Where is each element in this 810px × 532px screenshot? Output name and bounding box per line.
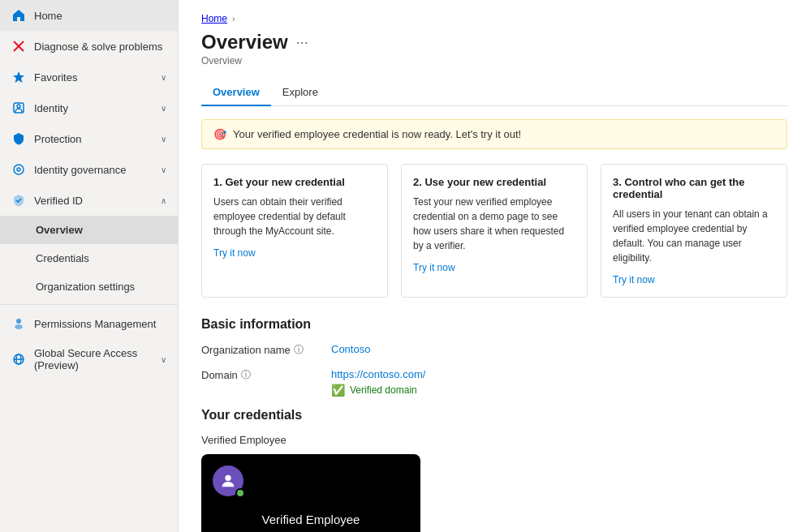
- domain-info-icon[interactable]: ⓘ: [241, 368, 251, 382]
- banner-icon: 🎯: [213, 128, 226, 140]
- sidebar-label-favorites: Favorites: [34, 71, 153, 84]
- step3-body: All users in your tenant can obtain a ve…: [613, 207, 775, 265]
- sidebar-item-overview[interactable]: Overview: [0, 216, 178, 244]
- sidebar-item-global-access[interactable]: Global Secure Access (Preview) ∨: [0, 339, 178, 380]
- favorites-icon: [11, 70, 26, 84]
- diagnose-icon: [11, 39, 26, 54]
- step2-body: Test your new verified employee credenti…: [413, 195, 575, 253]
- favorites-chevron: ∨: [161, 73, 166, 82]
- banner: 🎯 Your verified employee credential is n…: [201, 119, 787, 149]
- sidebar-label-diagnose: Diagnose & solve problems: [34, 41, 166, 53]
- svg-point-6: [17, 168, 20, 171]
- sidebar-label-identity-governance: Identity governance: [34, 164, 153, 176]
- svg-point-5: [14, 165, 24, 174]
- sidebar-divider: [0, 304, 178, 305]
- cred-card-header: [201, 454, 420, 509]
- domain-value: https://contoso.com/ ✅ Verified domain: [331, 368, 425, 397]
- step2-link[interactable]: Try it now: [413, 262, 455, 273]
- page-title-row: Overview ···: [201, 31, 787, 54]
- sidebar-label-verified-id: Verified ID: [34, 195, 153, 207]
- svg-point-7: [16, 319, 21, 324]
- identity-governance-icon: [11, 162, 26, 177]
- global-access-chevron: ∨: [161, 355, 166, 364]
- sidebar-item-verified-id[interactable]: Verified ID ∧: [0, 185, 178, 216]
- cred-online-dot: [235, 488, 245, 498]
- step1-link[interactable]: Try it now: [213, 247, 256, 259]
- tab-overview[interactable]: Overview: [201, 79, 271, 106]
- sidebar-item-identity[interactable]: Identity ∨: [0, 92, 178, 123]
- step-card-3: 3. Control who can get the credential Al…: [601, 164, 787, 298]
- sidebar-item-protection[interactable]: Protection ∨: [0, 123, 178, 154]
- sidebar-item-diagnose[interactable]: Diagnose & solve problems: [0, 31, 178, 62]
- breadcrumb-separator: ›: [232, 14, 235, 24]
- page-title: Overview: [201, 31, 288, 54]
- sidebar-label-identity: Identity: [34, 102, 153, 114]
- step1-body: Users can obtain their verified employee…: [213, 195, 376, 238]
- svg-point-8: [15, 324, 23, 329]
- svg-point-12: [225, 475, 231, 481]
- credentials-section-title: Your credentials: [201, 408, 787, 423]
- sidebar-label-protection: Protection: [34, 133, 153, 145]
- verified-check-icon: ✅: [331, 384, 345, 397]
- cred-avatar-wrap: [213, 466, 245, 498]
- sidebar-label-permissions: Permissions Management: [34, 318, 166, 330]
- main-content: Home › Overview ··· Overview Overview Ex…: [179, 0, 810, 532]
- banner-text: Your verified employee credential is now…: [233, 128, 521, 140]
- step-cards: 1. Get your new credential Users can obt…: [201, 164, 787, 298]
- sidebar-item-home[interactable]: Home: [0, 0, 178, 31]
- protection-icon: [11, 131, 26, 146]
- protection-chevron: ∨: [161, 135, 166, 144]
- cred-type-label: Verified Employee: [201, 434, 787, 446]
- sidebar-item-favorites[interactable]: Favorites ∨: [0, 62, 178, 92]
- page-subtitle: Overview: [201, 55, 787, 66]
- sidebar-item-credentials[interactable]: Credentials: [0, 244, 178, 272]
- sidebar-label-org-settings: Organization settings: [36, 281, 166, 293]
- tab-explore[interactable]: Explore: [271, 79, 330, 106]
- step3-title: 3. Control who can get the credential: [613, 176, 775, 200]
- step-card-1: 1. Get your new credential Users can obt…: [201, 164, 388, 298]
- domain-label: Domain ⓘ: [201, 368, 331, 382]
- global-access-icon: [11, 352, 26, 367]
- step1-title: 1. Get your new credential: [213, 176, 376, 188]
- org-name-link[interactable]: Contoso: [331, 343, 370, 355]
- credentials-section: Your credentials Verified Employee Verif…: [201, 408, 787, 532]
- svg-point-4: [17, 105, 20, 108]
- basic-info-title: Basic information: [201, 317, 787, 332]
- tabs-bar: Overview Explore: [201, 79, 787, 106]
- verified-row: ✅ Verified domain: [331, 384, 425, 397]
- org-name-row: Organization name ⓘ Contoso: [201, 343, 787, 357]
- sidebar-label-home: Home: [34, 10, 166, 22]
- domain-row: Domain ⓘ https://contoso.com/ ✅ Verified…: [201, 368, 787, 397]
- sidebar-label-overview: Overview: [36, 224, 166, 236]
- step2-title: 2. Use your new credential: [413, 176, 575, 188]
- sidebar-item-org-settings[interactable]: Organization settings: [0, 272, 178, 301]
- credential-card: Verified Employee Contoso: [201, 454, 420, 532]
- identity-governance-chevron: ∨: [161, 165, 166, 174]
- verified-badge: Verified domain: [350, 384, 417, 396]
- org-name-value: Contoso: [331, 343, 370, 355]
- step-card-2: 2. Use your new credential Test your new…: [401, 164, 588, 298]
- sidebar: Home Diagnose & solve problems Favorites…: [0, 0, 179, 532]
- breadcrumb-home[interactable]: Home: [201, 13, 227, 24]
- sidebar-label-global-access: Global Secure Access (Preview): [34, 347, 153, 371]
- identity-icon: [11, 101, 26, 115]
- permissions-icon: [11, 316, 26, 331]
- sidebar-item-identity-governance[interactable]: Identity governance ∨: [0, 154, 178, 185]
- sidebar-item-permissions[interactable]: Permissions Management: [0, 308, 178, 339]
- home-icon: [11, 8, 26, 23]
- verified-id-chevron: ∧: [161, 196, 166, 205]
- sidebar-label-credentials: Credentials: [36, 252, 166, 264]
- breadcrumb: Home ›: [201, 13, 787, 24]
- step3-link[interactable]: Try it now: [613, 274, 655, 285]
- domain-url[interactable]: https://contoso.com/: [331, 368, 425, 380]
- identity-chevron: ∨: [161, 104, 166, 113]
- org-name-info-icon[interactable]: ⓘ: [294, 343, 304, 357]
- svg-marker-2: [13, 71, 24, 83]
- cred-card-title: Verified Employee: [262, 513, 360, 526]
- org-name-label: Organization name ⓘ: [201, 343, 331, 357]
- more-options-button[interactable]: ···: [296, 34, 308, 51]
- verified-id-icon: [11, 193, 26, 208]
